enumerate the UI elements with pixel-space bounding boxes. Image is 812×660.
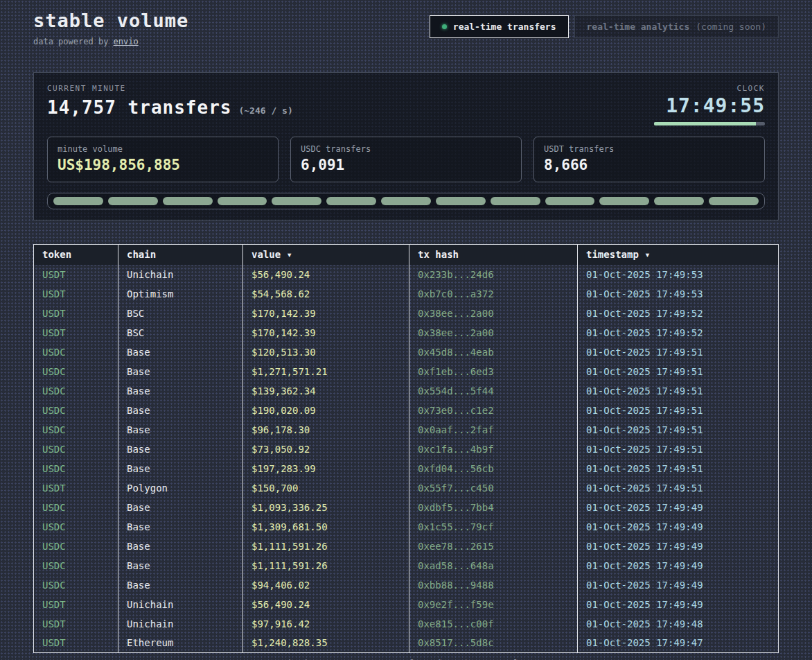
cell-timestamp: 01-Oct-2025 17:49:51 [578,342,779,362]
cell-token: USDT [34,614,118,634]
cell-timestamp: 01-Oct-2025 17:49:51 [578,362,779,381]
cell-hash[interactable]: 0x8517...5d8c [409,634,578,653]
activity-segment [272,197,321,205]
cell-token: USDC [34,420,118,440]
activity-segment [218,197,267,205]
stat-label: minute volume [58,144,268,154]
table-row: USDCBase$120,513.300x45d8...4eab01-Oct-2… [34,342,779,362]
activity-segment [545,197,595,205]
cell-chain: Base [118,420,243,440]
column-header-value[interactable]: value ▾ [243,245,409,265]
cell-chain: Base [118,556,243,575]
cell-value: $190,020.09 [243,401,409,420]
table-header-row: tokenchainvalue ▾tx hashtimestamp ▾ [34,245,779,265]
table-row: USDTPolygon$150,7000x55f7...c45001-Oct-2… [34,478,779,498]
table-row: USDTUnichain$56,490.240x233b...24d601-Oc… [34,265,779,284]
cell-hash[interactable]: 0xfd04...56cb [409,459,578,478]
cell-token: USDT [34,265,118,284]
activity-segment [108,197,158,205]
cell-chain: Base [118,575,243,595]
tab-label: real-time analytics [587,21,690,32]
table-row: USDCBase$190,020.090x73e0...c1e201-Oct-2… [34,401,779,420]
cell-value: $120,513.30 [243,342,409,362]
cell-value: $139,362.34 [243,381,409,401]
cell-hash[interactable]: 0x9e2f...f59e [409,595,578,614]
cell-token: USDT [34,595,118,614]
cell-timestamp: 01-Oct-2025 17:49:51 [578,440,779,459]
table-row: USDCBase$139,362.340x554d...5f4401-Oct-2… [34,381,779,401]
cell-value: $54,568.62 [243,284,409,304]
cell-timestamp: 01-Oct-2025 17:49:49 [578,556,779,575]
cell-hash[interactable]: 0xbb88...9488 [409,575,578,595]
cell-hash[interactable]: 0x1c55...79cf [409,517,578,537]
cell-token: USDT [34,304,118,323]
cell-value: $1,309,681.50 [243,517,409,537]
cell-hash[interactable]: 0x45d8...4eab [409,342,578,362]
cell-chain: Base [118,498,243,517]
subtitle-prefix: data powered by [33,37,114,46]
clock-progress-fill [654,122,756,125]
cell-value: $150,700 [243,478,409,498]
clock-block: CLOCK 17:49:55 [654,84,765,125]
table-row: USDCBase$1,271,571.210xf1eb...6ed301-Oct… [34,362,779,381]
cell-token: USDC [34,362,118,381]
cell-hash[interactable]: 0x233b...24d6 [409,265,578,284]
cell-hash[interactable]: 0xb7c0...a372 [409,284,578,304]
current-minute-panel: CURRENT MINUTE 14,757 transfers (~246 / … [33,72,779,220]
clock-time: 17:49:55 [654,94,765,117]
stat-label: USDT transfers [544,144,754,154]
stat-minute-volume: minute volume US$198,856,885 [47,137,279,182]
cell-hash[interactable]: 0x38ee...2a00 [409,304,578,323]
cell-timestamp: 01-Oct-2025 17:49:48 [578,614,779,634]
cell-timestamp: 01-Oct-2025 17:49:51 [578,401,779,420]
cell-value: $73,050.92 [243,440,409,459]
table-row: USDCBase$94,406.020xbb88...948801-Oct-20… [34,575,779,595]
cell-hash[interactable]: 0xc1fa...4b9f [409,440,578,459]
cell-hash[interactable]: 0xee78...2615 [409,537,578,556]
tab-realtime-analytics[interactable]: real-time analytics (coming soon) [574,15,779,38]
brand-block: stable volume data powered by envio [33,10,188,46]
page-title: stable volume [33,10,188,31]
activity-segment [53,197,103,205]
tab-realtime-transfers[interactable]: real-time transfers [430,15,569,38]
cell-value: $97,916.42 [243,614,409,634]
cell-hash[interactable]: 0x0aaf...2faf [409,420,578,440]
cell-hash[interactable]: 0xad58...648a [409,556,578,575]
table-row: USDTUnichain$97,916.420xe815...c00f01-Oc… [34,614,779,634]
column-header-token: token [34,245,118,265]
cell-token: USDT [34,284,118,304]
cell-hash[interactable]: 0x38ee...2a00 [409,323,578,342]
cell-value: $1,240,828.35 [243,634,409,653]
cell-hash[interactable]: 0x554d...5f44 [409,381,578,401]
activity-segment [436,197,486,205]
stat-label: USDC transfers [301,144,511,154]
cell-hash[interactable]: 0x55f7...c450 [409,478,578,498]
envio-link[interactable]: envio [114,37,139,46]
cell-timestamp: 01-Oct-2025 17:49:49 [578,595,779,614]
table-row: USDCBase$1,093,336.250xdbf5...7bb401-Oct… [34,498,779,517]
cell-hash[interactable]: 0xdbf5...7bb4 [409,498,578,517]
clock-label: CLOCK [654,84,765,93]
activity-segment [326,197,376,205]
cell-chain: Base [118,401,243,420]
stats-row: minute volume US$198,856,885 USDC transf… [47,137,765,182]
stat-value: 8,666 [544,157,754,173]
column-header-timestamp[interactable]: timestamp ▾ [578,245,779,265]
activity-segment [491,197,540,205]
cell-chain: Optimism [118,284,243,304]
cell-hash[interactable]: 0xf1eb...6ed3 [409,362,578,381]
subtitle: data powered by envio [33,37,188,46]
cell-token: USDC [34,498,118,517]
cell-token: USDT [34,323,118,342]
cell-value: $197,283.99 [243,459,409,478]
cell-chain: BSC [118,323,243,342]
cell-hash[interactable]: 0x73e0...c1e2 [409,401,578,420]
transfer-count: 14,757 transfers [47,97,231,118]
activity-segment [709,197,759,205]
cell-timestamp: 01-Oct-2025 17:49:51 [578,478,779,498]
cell-token: USDC [34,459,118,478]
table-row: USDCBase$96,178.300x0aaf...2faf01-Oct-20… [34,420,779,440]
cell-hash[interactable]: 0xe815...c00f [409,614,578,634]
cell-chain: Base [118,517,243,537]
view-tabs: real-time transfers real-time analytics … [430,15,779,38]
